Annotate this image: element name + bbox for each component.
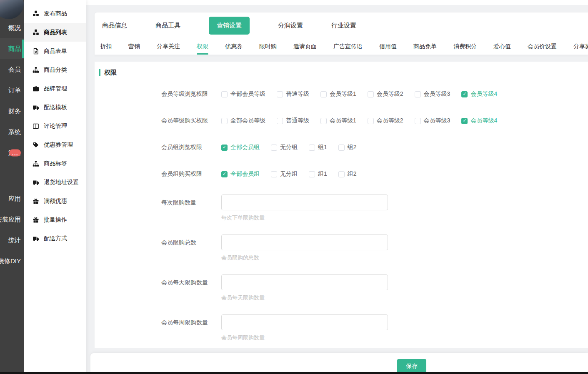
menu-item-product-category[interactable]: 商品分类 <box>24 60 86 79</box>
primary-tabs: 商品信息 商品工具 营销设置 分润设置 行业设置 <box>95 12 588 38</box>
checkbox-label: 组1 <box>318 144 327 151</box>
checkbox-label: 无分组 <box>280 170 298 178</box>
tab-industry-settings[interactable]: 行业设置 <box>331 22 356 30</box>
menu-item-full-discount[interactable]: 满额优惠 <box>24 192 86 210</box>
menu-item-review-management[interactable]: 评论管理 <box>24 117 86 135</box>
checkbox-icon <box>461 91 468 97</box>
checkbox-label: 组2 <box>348 144 357 151</box>
checkbox-option[interactable]: 普通等级 <box>277 117 309 125</box>
checkbox-option[interactable]: 组2 <box>338 170 357 178</box>
product-menu-sidebar: 发布商品 商品列表 商品表单 商品分类 品牌管理 配送模板 评论管理 优惠券管 <box>24 0 86 374</box>
checkbox-option[interactable]: 会员等级3 <box>415 90 450 98</box>
subtab-ad-slogan[interactable]: 广告宣传语 <box>333 38 363 55</box>
truck-icon <box>33 235 39 242</box>
subtab-consume-points[interactable]: 消费积分 <box>453 38 477 55</box>
checkbox-option[interactable]: 组2 <box>338 144 357 151</box>
tab-product-info[interactable]: 商品信息 <box>102 22 127 30</box>
nav-item-orders[interactable]: 订单 <box>0 80 24 101</box>
menu-item-delivery-template[interactable]: 配送模板 <box>24 98 86 117</box>
checkbox-option[interactable]: 全部会员组 <box>221 170 260 178</box>
field-label: 会员每天限购数量 <box>161 274 221 290</box>
checkbox-option[interactable]: 组1 <box>309 144 327 151</box>
nav-item-install-apps[interactable]: 安装应用 <box>0 209 24 230</box>
limit-member-weekly-input[interactable] <box>221 314 388 330</box>
nav-item-messages[interactable]: ... 消息 <box>0 142 24 163</box>
menu-item-product-tags[interactable]: 商品标签 <box>24 154 86 173</box>
user-avatar[interactable] <box>0 0 24 19</box>
nav-item-products[interactable]: 商品 <box>0 38 24 59</box>
checkbox-option[interactable]: 无分组 <box>271 170 298 178</box>
cubes-icon <box>33 29 39 36</box>
checkbox-option[interactable]: 全部会员组 <box>221 144 260 151</box>
subtab-member-price[interactable]: 会员价设置 <box>528 38 557 55</box>
checkbox-icon <box>320 118 327 124</box>
nav-item-finance[interactable]: 财务 <box>0 101 24 122</box>
top-header-strip <box>86 0 588 5</box>
columns-icon <box>33 123 39 130</box>
tab-profit-settings[interactable]: 分润设置 <box>278 22 303 30</box>
checkbox-icon <box>309 145 315 151</box>
checkbox-option[interactable]: 会员等级4 <box>461 90 497 98</box>
field-help-text: 会员限购的总数 <box>221 254 388 262</box>
checkbox-icon <box>338 171 345 177</box>
menu-item-return-address[interactable]: 退货地址设置 <box>24 173 86 192</box>
form-row-limit-member-daily: 会员每天限购数量 会员每天限购数量 <box>95 274 588 314</box>
subtab-share-reward[interactable]: 分享奖 <box>573 38 588 55</box>
subtab-marketing[interactable]: 营销 <box>128 38 140 55</box>
tab-marketing-settings[interactable]: 营销设置 <box>209 17 250 35</box>
subtab-invite-page[interactable]: 邀请页面 <box>293 38 317 55</box>
nav-item-members[interactable]: 会员 <box>0 59 24 80</box>
limit-inputs-group: 每次限购数量 每次下单限购数量 会员限购总数 会员限购的总数 会员每天限购数量 <box>95 194 588 348</box>
checkbox-option[interactable]: 会员等级3 <box>415 117 450 125</box>
checkbox-label: 会员等级4 <box>470 90 497 98</box>
field-label: 会员组购买权限 <box>161 170 221 178</box>
section-header: 权限 <box>95 62 588 77</box>
subtab-discount[interactable]: 折扣 <box>100 38 112 55</box>
nav-item-statistics[interactable]: 统计 <box>0 230 24 251</box>
tab-product-tools[interactable]: 商品工具 <box>155 22 180 30</box>
briefcase-icon <box>33 85 39 92</box>
nav-item-decorate-diy[interactable]: 装修DIY <box>0 251 24 272</box>
checkbox-option[interactable]: 会员等级1 <box>320 117 356 125</box>
subtab-credit-value[interactable]: 信用值 <box>379 38 397 55</box>
subtab-coupon[interactable]: 优惠券 <box>225 38 243 55</box>
checkbox-label: 会员等级2 <box>377 117 403 125</box>
main-nav-group-bottom: 应用 安装应用 统计 装修DIY <box>0 188 24 272</box>
field-label: 会员组浏览权限 <box>161 144 221 151</box>
subtab-love-value[interactable]: 爱心值 <box>493 38 511 55</box>
limit-member-total-input[interactable] <box>221 234 388 250</box>
checkbox-label: 组1 <box>318 170 327 178</box>
menu-item-coupon-management[interactable]: 优惠券管理 <box>24 135 86 154</box>
nav-item-system[interactable]: 系统 <box>0 122 24 142</box>
menu-item-product-form[interactable]: 商品表单 <box>24 42 86 60</box>
form-row-level-buy: 会员等级购买权限 全部会员等级 普通等级 <box>95 107 588 134</box>
limit-per-order-input[interactable] <box>221 194 388 210</box>
subtab-share-follow[interactable]: 分享关注 <box>157 38 180 55</box>
checkbox-option[interactable]: 会员等级2 <box>368 117 403 125</box>
checkbox-option[interactable]: 会员等级1 <box>320 90 356 98</box>
tag-icon <box>33 142 39 148</box>
checkbox-option[interactable]: 会员等级2 <box>368 90 403 98</box>
menu-item-publish-product[interactable]: 发布商品 <box>24 4 86 23</box>
checkbox-option[interactable]: 全部会员等级 <box>221 117 265 125</box>
checkbox-option[interactable]: 会员等级4 <box>461 117 497 125</box>
save-footer-bar: 保存 <box>90 353 588 374</box>
checkbox-option[interactable]: 普通等级 <box>277 90 309 98</box>
level-buy-options: 全部会员等级 普通等级 会员等级1 <box>221 117 497 125</box>
menu-item-brand-management[interactable]: 品牌管理 <box>24 79 86 98</box>
checkbox-option[interactable]: 组1 <box>309 170 327 178</box>
subtab-flash-sale[interactable]: 限时购 <box>259 38 277 55</box>
menu-item-batch-operation[interactable]: 批量操作 <box>24 210 86 229</box>
checkbox-icon <box>221 171 228 177</box>
limit-member-daily-input[interactable] <box>221 274 388 290</box>
subtab-free-order[interactable]: 商品免单 <box>413 38 437 55</box>
subtab-permissions[interactable]: 权限 <box>197 38 208 55</box>
form-row-level-browse: 会员等级浏览权限 全部会员等级 普通等级 <box>95 81 588 107</box>
nav-item-overview[interactable]: 概况 <box>0 17 24 38</box>
checkbox-label: 会员等级1 <box>330 117 356 125</box>
menu-item-delivery-method[interactable]: 配送方式 <box>24 229 86 248</box>
checkbox-option[interactable]: 全部会员等级 <box>221 90 265 98</box>
nav-item-apps[interactable]: 应用 <box>0 188 24 209</box>
menu-item-product-list[interactable]: 商品列表 <box>24 23 86 42</box>
checkbox-option[interactable]: 无分组 <box>271 144 298 151</box>
